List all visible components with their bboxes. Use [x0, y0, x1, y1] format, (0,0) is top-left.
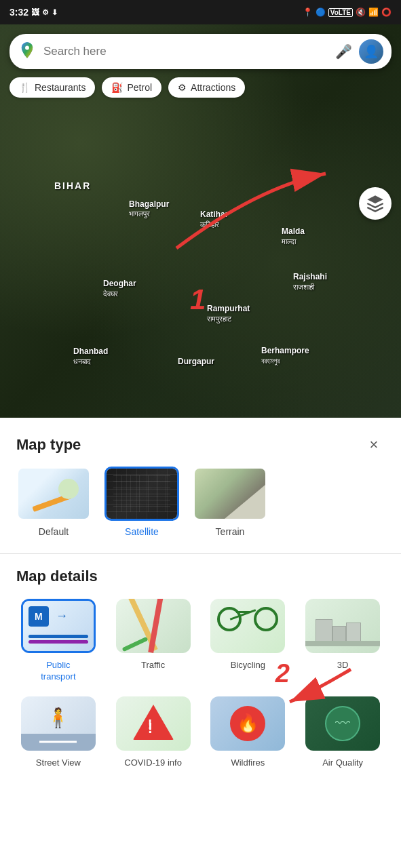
- flame-icon: 🔥: [237, 713, 259, 734]
- map-label-katihar-hi: कटिहार: [200, 220, 219, 229]
- map-type-satellite[interactable]: Satellite: [104, 467, 179, 537]
- chip-restaurants[interactable]: 🍴 Restaurants: [9, 77, 95, 98]
- warning-triangle-icon: !: [133, 705, 174, 740]
- map-details-section: Map details M → Publictransport: [0, 554, 401, 769]
- map-label-katihar: Katihar: [200, 210, 228, 219]
- terrain-thumb: [193, 467, 267, 521]
- status-bluetooth-icon: 🔵: [316, 7, 326, 17]
- wildfires-label: Wildfires: [231, 757, 265, 769]
- map-type-title: Map type: [16, 436, 81, 454]
- metro-icon: M: [28, 606, 49, 627]
- chip-petrol-label: Petrol: [127, 82, 152, 93]
- map-label-deoghar: Deoghar: [103, 279, 136, 288]
- map-label-malda: Malda: [282, 226, 305, 236]
- map-label-dhanbad: Dhanbad: [73, 347, 108, 356]
- mic-icon[interactable]: 🎤: [335, 43, 352, 60]
- chip-attractions-label: Attractions: [191, 82, 235, 93]
- arrow-1: [41, 133, 353, 269]
- status-location-icon: 📍: [303, 7, 313, 17]
- map-type-default[interactable]: Default: [16, 467, 91, 537]
- map-label-rampurhat-hi: रामपुरहाट: [207, 315, 231, 323]
- wildfires-thumb: 🔥: [210, 696, 285, 751]
- step-2-label: 2: [275, 659, 290, 688]
- restaurant-icon: 🍴: [19, 82, 31, 93]
- map-details-row-2: 🧍 Street View !: [16, 696, 385, 769]
- chip-attractions[interactable]: ⚙ Attractions: [168, 77, 245, 98]
- status-bar: 3:32 🖼 ⚙ ⬇ 📍 🔵 VoLTE 🔇 📶 ⭕: [0, 0, 401, 24]
- bottom-sheet: Map type × Default Satellite Terrain: [0, 418, 401, 769]
- detail-public-transport[interactable]: M → Publictransport: [16, 599, 100, 683]
- map-details-row-2-wrapper: 2 🧍 Street View: [16, 696, 385, 769]
- map-details-row-1: M → Publictransport: [16, 599, 385, 683]
- status-volte-icon: VoLTE: [328, 8, 353, 17]
- air-quality-thumb: 〰: [305, 696, 380, 751]
- public-transport-label: Publictransport: [41, 660, 75, 683]
- svg-point-1: [25, 46, 29, 50]
- map-label-durgapur: Durgapur: [178, 357, 214, 366]
- chip-petrol[interactable]: ⛽ Petrol: [102, 77, 161, 98]
- user-avatar[interactable]: 👤: [359, 39, 383, 64]
- map-label-rampurhat: Rampurhat: [207, 304, 250, 313]
- map-label-berhampore: Berhampore: [261, 346, 309, 355]
- search-bar[interactable]: 🎤 👤: [9, 34, 392, 69]
- covid-label: COVID-19 info: [124, 757, 182, 769]
- map-label-bhagalpur: Bhagalpur: [129, 199, 169, 209]
- detail-3d[interactable]: 3D: [301, 599, 385, 683]
- filter-chips: 🍴 Restaurants ⛽ Petrol ⚙ Attractions: [9, 77, 245, 98]
- street-view-label: Street View: [36, 757, 81, 769]
- street-view-person-icon: 🧍: [46, 707, 70, 729]
- public-transport-thumb: M →: [21, 599, 96, 653]
- bicycling-thumb: [210, 599, 285, 653]
- google-maps-pin-icon: [18, 41, 37, 62]
- search-input[interactable]: [43, 45, 328, 58]
- map-label-berhampore-bn: বরহমপুর: [261, 357, 280, 366]
- detail-covid[interactable]: ! COVID-19 info: [111, 696, 195, 769]
- traffic-label: Traffic: [141, 660, 165, 671]
- map-type-grid: Default Satellite Terrain: [0, 467, 401, 553]
- map-label-rajshahi: Rajshahi: [293, 272, 327, 281]
- covid-thumb: !: [116, 696, 191, 751]
- map-type-terrain[interactable]: Terrain: [193, 467, 267, 537]
- map-label-deoghar-hi: देवघर: [103, 290, 118, 298]
- map-label-bhagalpur-hi: भागलपुर: [129, 210, 150, 218]
- layer-toggle-button[interactable]: [359, 187, 392, 220]
- status-signal-icon: 📶: [368, 7, 379, 17]
- map-label-dhanbad-hi: धनबाद: [73, 357, 91, 366]
- status-time: 3:32: [9, 7, 28, 18]
- map-area[interactable]: BIHAR Bhagalpur भागलपुर Katihar कटिहार M…: [0, 24, 401, 418]
- terrain-label: Terrain: [216, 526, 245, 537]
- street-view-thumb: 🧍: [21, 696, 96, 751]
- map-label-malda-hi: माल्दा: [282, 237, 296, 246]
- close-button[interactable]: ×: [363, 434, 385, 456]
- detail-street-view[interactable]: 🧍 Street View: [16, 696, 100, 769]
- 3d-thumb: [305, 599, 380, 653]
- detail-wildfires[interactable]: 🔥 Wildfires: [206, 696, 290, 769]
- detail-air-quality[interactable]: 〰 Air Quality: [301, 696, 385, 769]
- attractions-icon: ⚙: [178, 82, 187, 93]
- satellite-thumb: [104, 467, 179, 521]
- waves-icon: 〰: [335, 715, 350, 732]
- status-download-icon: ⬇: [52, 8, 58, 17]
- air-quality-label: Air Quality: [322, 757, 363, 769]
- detail-traffic[interactable]: Traffic: [111, 599, 195, 683]
- step-1-label: 1: [190, 283, 206, 316]
- status-photo-icon: 🖼: [31, 7, 39, 17]
- 3d-label: 3D: [337, 660, 349, 671]
- satellite-label: Satellite: [125, 526, 159, 537]
- default-thumb: [16, 467, 91, 521]
- bicycling-label: Bicycling: [231, 660, 265, 671]
- default-label: Default: [39, 526, 69, 537]
- map-label-rajshahi-hi: राजशाही: [293, 283, 314, 292]
- status-mute-icon: 🔇: [356, 7, 366, 17]
- traffic-thumb: [116, 599, 191, 653]
- map-type-header: Map type ×: [0, 418, 401, 467]
- petrol-icon: ⛽: [111, 82, 123, 93]
- status-settings-icon: ⚙: [42, 8, 49, 17]
- chip-restaurants-label: Restaurants: [35, 82, 85, 93]
- status-battery-icon: ⭕: [381, 7, 392, 17]
- map-details-title: Map details: [16, 568, 385, 585]
- map-label-bihar: BIHAR: [54, 180, 91, 191]
